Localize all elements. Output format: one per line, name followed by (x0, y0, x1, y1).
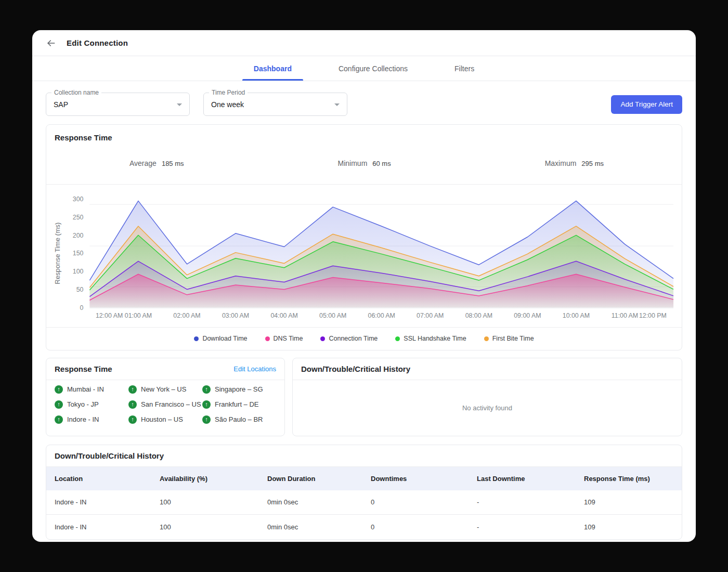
stat-label: Minimum (338, 159, 368, 167)
svg-text:10:00 AM: 10:00 AM (563, 312, 590, 319)
location-item: ↑Singapore – SG (202, 385, 276, 394)
page-title: Edit Connection (67, 38, 128, 47)
table-cell: 109 (584, 523, 673, 531)
response-time-chart-card: Response Time Average 185 ms Minimum 60 … (46, 124, 682, 350)
legend-label: SSL Handshake Time (404, 335, 466, 342)
location-label: São Paulo – BR (215, 415, 263, 423)
svg-text:05:00 AM: 05:00 AM (319, 312, 346, 319)
svg-text:11:00 AM: 11:00 AM (612, 312, 638, 319)
location-label: Mumbai - IN (67, 385, 104, 393)
time-period-value: One week (211, 100, 244, 109)
legend-item[interactable]: Connection Time (320, 335, 378, 342)
stat-value: 185 ms (162, 160, 184, 167)
svg-text:200: 200 (73, 232, 84, 239)
table-cell: 0min 0sec (267, 523, 371, 531)
collection-name-select[interactable]: Collection name SAP (46, 93, 190, 116)
legend-dot-icon (194, 336, 199, 341)
response-time-area-chart: 050100150200250300Response Time (ms)12:0… (49, 191, 679, 321)
arrow-up-icon: ↑ (202, 400, 211, 409)
svg-text:50: 50 (76, 286, 84, 293)
column-header: Last Downtime (477, 475, 584, 483)
column-header: Down Duration (267, 475, 371, 483)
table-cell: 0 (371, 498, 477, 506)
add-trigger-alert-button[interactable]: Add Trigger Alert (611, 95, 682, 114)
location-item: ↑Mumbai - IN (55, 385, 128, 394)
location-item: ↑São Paulo – BR (202, 415, 276, 424)
location-item: ↑New York – US (128, 385, 202, 394)
table-cell: 0 (371, 523, 477, 531)
location-item: ↑Frankfurt – DE (202, 400, 276, 409)
legend-item[interactable]: DNS Time (265, 335, 303, 342)
top-bar: Edit Connection (32, 30, 696, 56)
legend-item[interactable]: First Bite Time (484, 335, 534, 342)
arrow-up-icon: ↑ (55, 415, 63, 424)
arrow-up-icon: ↑ (202, 385, 211, 394)
history-empty-card: Down/Trouble/Critical History No activit… (292, 358, 682, 436)
table-row[interactable]: Indore - IN1000min 0sec0-109 (46, 490, 682, 515)
svg-text:0: 0 (80, 304, 84, 311)
history-table-card: Down/Trouble/Critical History LocationAv… (46, 445, 682, 540)
svg-text:12:00 AM: 12:00 AM (96, 312, 123, 319)
time-period-select[interactable]: Time Period One week (203, 93, 347, 116)
edit-connection-window: Edit Connection Dashboard Configure Coll… (32, 30, 696, 542)
location-item: ↑Indore - IN (55, 415, 128, 424)
table-cell: 109 (584, 498, 673, 506)
chart-legend: Download TimeDNS TimeConnection TimeSSL … (46, 327, 682, 350)
arrow-left-icon (46, 38, 56, 48)
legend-item[interactable]: Download Time (194, 335, 247, 342)
location-item: ↑Tokyo - JP (55, 400, 128, 409)
location-item: ↑Houston – US (128, 415, 202, 424)
collection-name-value: SAP (54, 100, 68, 109)
stat-maximum: Maximum 295 ms (545, 159, 604, 167)
empty-state-text: No activity found (462, 404, 512, 412)
svg-text:150: 150 (73, 250, 84, 257)
table-cell: Indore - IN (55, 498, 160, 506)
column-header: Availability (%) (160, 475, 267, 483)
summary-row: Response Time Edit Locations ↑Mumbai - I… (46, 358, 682, 436)
column-header: Response Time (ms) (584, 475, 673, 483)
table-cell: Indore - IN (55, 523, 160, 531)
svg-text:09:00 AM: 09:00 AM (514, 312, 541, 319)
table-row[interactable]: Indore - IN1000min 0sec0-109 (46, 515, 682, 539)
tab-configure-collections[interactable]: Configure Collections (327, 56, 419, 81)
arrow-up-icon: ↑ (128, 415, 137, 424)
response-time-locations-card: Response Time Edit Locations ↑Mumbai - I… (46, 358, 285, 436)
svg-text:02:00 AM: 02:00 AM (173, 312, 200, 319)
chart-area: 050100150200250300Response Time (ms)12:0… (46, 185, 682, 327)
table-cell: 100 (160, 498, 267, 506)
legend-label: Download Time (202, 335, 247, 342)
dashboard-content: Collection name SAP Time Period One week… (32, 81, 696, 540)
legend-dot-icon (484, 336, 489, 341)
svg-text:300: 300 (73, 196, 84, 203)
svg-text:Response Time (ms): Response Time (ms) (54, 223, 61, 284)
location-label: Houston – US (141, 415, 183, 423)
tab-filters[interactable]: Filters (443, 56, 486, 81)
back-button[interactable] (45, 37, 57, 49)
arrow-up-icon: ↑ (128, 400, 137, 409)
chevron-down-icon (334, 103, 340, 106)
svg-text:100: 100 (73, 268, 84, 275)
location-label: Indore - IN (67, 415, 99, 423)
tab-dashboard[interactable]: Dashboard (242, 56, 303, 81)
svg-text:03:00 AM: 03:00 AM (222, 312, 249, 319)
locations-grid: ↑Mumbai - IN↑New York – US↑Singapore – S… (46, 380, 284, 430)
location-label: Frankfurt – DE (215, 400, 259, 408)
svg-text:06:00 AM: 06:00 AM (368, 312, 395, 319)
svg-text:04:00 AM: 04:00 AM (270, 312, 297, 319)
arrow-up-icon: ↑ (202, 415, 211, 424)
stat-value: 295 ms (581, 160, 604, 167)
svg-text:07:00 AM: 07:00 AM (417, 312, 444, 319)
legend-item[interactable]: SSL Handshake Time (395, 335, 466, 342)
stat-average: Average 185 ms (129, 159, 184, 167)
stat-label: Maximum (545, 159, 577, 167)
collection-name-label: Collection name (51, 89, 101, 96)
legend-label: Connection Time (329, 335, 378, 342)
edit-locations-link[interactable]: Edit Locations (233, 365, 276, 373)
controls-row: Collection name SAP Time Period One week… (46, 93, 682, 116)
arrow-up-icon: ↑ (128, 385, 137, 394)
legend-dot-icon (320, 336, 325, 341)
tab-bar: Dashboard Configure Collections Filters (32, 56, 696, 81)
legend-dot-icon (265, 336, 270, 341)
arrow-up-icon: ↑ (55, 400, 63, 409)
table-cell: - (477, 523, 584, 531)
